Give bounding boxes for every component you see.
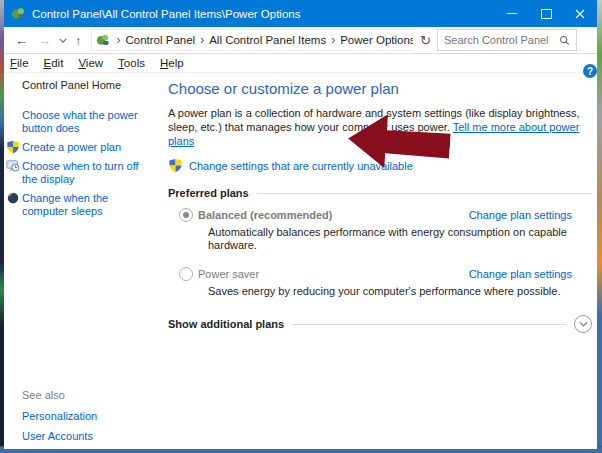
preferred-plans-label: Preferred plans bbox=[168, 187, 249, 199]
refresh-button[interactable]: ↻ bbox=[418, 33, 437, 48]
breadcrumb-separator: › bbox=[326, 33, 340, 47]
divider-rule bbox=[292, 324, 566, 325]
change-plan-settings-link-balanced[interactable]: Change plan settings bbox=[469, 209, 572, 221]
page-title: Choose or customize a power plan bbox=[168, 80, 592, 97]
maximize-button[interactable] bbox=[529, 0, 563, 27]
breadcrumb[interactable]: › Control Panel › All Control Panel Item… bbox=[91, 29, 415, 51]
window-title: Control Panel\All Control Panel Items\Po… bbox=[32, 8, 495, 20]
sidebar-item-personalization[interactable]: Personalization bbox=[22, 410, 97, 422]
chevron-down-icon bbox=[59, 38, 67, 43]
close-button[interactable] bbox=[563, 0, 597, 27]
radio-balanced[interactable] bbox=[179, 208, 193, 222]
recent-locations-button[interactable] bbox=[56, 38, 70, 43]
radio-power-saver[interactable] bbox=[179, 267, 193, 281]
see-also-heading: See also bbox=[22, 389, 97, 401]
chevron-down-icon bbox=[579, 321, 588, 327]
plan-name: Balanced (recommended) bbox=[198, 209, 332, 221]
breadcrumb-item-all-items[interactable]: All Control Panel Items bbox=[209, 34, 326, 46]
search-box bbox=[437, 29, 577, 51]
minimize-button[interactable] bbox=[495, 0, 529, 27]
expand-plans-button[interactable] bbox=[574, 315, 592, 333]
navigation-bar: ← → ↑ › Control Panel › All Control Pane… bbox=[4, 27, 597, 54]
display-clock-icon bbox=[6, 159, 20, 173]
desktop-sliver-right bbox=[597, 0, 602, 453]
uac-shield-icon bbox=[168, 158, 183, 173]
sidebar-item-turn-off-display[interactable]: Choose when to turn off the display bbox=[22, 160, 154, 186]
help-button[interactable]: ? bbox=[583, 64, 597, 78]
search-icon[interactable] bbox=[559, 35, 570, 46]
breadcrumb-location-icon bbox=[96, 33, 110, 47]
close-icon bbox=[575, 9, 585, 19]
control-panel-window: Control Panel\All Control Panel Items\Po… bbox=[4, 0, 597, 447]
preferred-plans-header: Preferred plans bbox=[168, 187, 592, 199]
maximize-icon bbox=[541, 9, 552, 19]
sidebar: Control Panel Home Choose what the power… bbox=[22, 79, 154, 224]
see-also-section: See also Personalization User Accounts bbox=[22, 389, 97, 450]
forward-button[interactable]: → bbox=[33, 34, 56, 47]
show-additional-plans-row: Show additional plans bbox=[168, 315, 592, 333]
menu-tools[interactable]: Tools bbox=[118, 57, 145, 69]
plan-name: Power saver bbox=[198, 268, 259, 280]
breadcrumb-separator: › bbox=[112, 33, 126, 47]
sidebar-item-computer-sleeps[interactable]: Change when the computer sleeps bbox=[22, 192, 154, 218]
window-body: Control Panel Home Choose what the power… bbox=[4, 73, 597, 449]
sidebar-item-power-button[interactable]: Choose what the power button does bbox=[22, 109, 154, 135]
sidebar-item-create-power-plan[interactable]: Create a power plan bbox=[22, 141, 154, 154]
menu-edit[interactable]: Edit bbox=[44, 57, 64, 69]
screenshot-stage: Control Panel\All Control Panel Items\Po… bbox=[0, 0, 602, 453]
menu-bar: File Edit View Tools Help bbox=[4, 54, 597, 73]
menu-file[interactable]: File bbox=[10, 57, 29, 69]
plan-description: Saves energy by reducing your computer's… bbox=[208, 285, 592, 298]
plan-row-balanced: Balanced (recommended) Change plan setti… bbox=[179, 208, 592, 222]
sidebar-item-label: Choose what the power button does bbox=[22, 109, 138, 134]
breadcrumb-item-control-panel[interactable]: Control Panel bbox=[126, 34, 196, 46]
breadcrumb-separator: › bbox=[195, 33, 209, 47]
menu-help[interactable]: Help bbox=[160, 57, 184, 69]
sidebar-item-user-accounts[interactable]: User Accounts bbox=[22, 430, 97, 442]
sidebar-item-label: Create a power plan bbox=[22, 141, 121, 153]
sidebar-item-control-panel-home[interactable]: Control Panel Home bbox=[22, 79, 154, 92]
sidebar-item-label: Change when the computer sleeps bbox=[22, 192, 108, 217]
menu-view[interactable]: View bbox=[78, 57, 103, 69]
minimize-icon bbox=[507, 13, 517, 14]
annotation-arrow-icon bbox=[344, 107, 452, 178]
title-bar[interactable]: Control Panel\All Control Panel Items\Po… bbox=[4, 0, 597, 27]
back-button[interactable]: ← bbox=[10, 34, 33, 47]
change-plan-settings-link-power-saver[interactable]: Change plan settings bbox=[469, 268, 572, 280]
search-input[interactable] bbox=[438, 34, 557, 46]
plan-description: Automatically balances performance with … bbox=[208, 226, 592, 252]
up-button[interactable]: ↑ bbox=[70, 34, 87, 47]
plans-list: Balanced (recommended) Change plan setti… bbox=[168, 208, 592, 298]
sleep-orb-icon bbox=[6, 191, 20, 205]
uac-shield-icon bbox=[6, 140, 20, 154]
sidebar-item-label: Choose when to turn off the display bbox=[22, 160, 139, 185]
divider-rule bbox=[257, 193, 592, 194]
show-additional-plans-label: Show additional plans bbox=[168, 318, 284, 330]
control-panel-icon bbox=[11, 6, 26, 21]
plan-row-power-saver: Power saver Change plan settings bbox=[179, 267, 592, 281]
breadcrumb-item-power-options[interactable]: Power Options bbox=[340, 34, 414, 46]
